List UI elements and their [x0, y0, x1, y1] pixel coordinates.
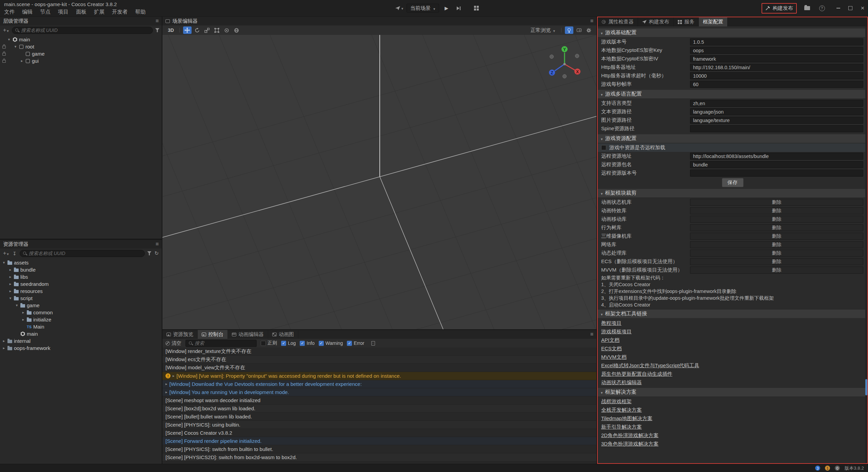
hierarchy-node[interactable]: ▾ main	[0, 36, 162, 43]
log-filter-checkbox[interactable]: Warning	[319, 340, 343, 346]
menu-item[interactable]: 项目	[58, 8, 68, 16]
log-row[interactable]: [Scene] [PHYSICS]: using builtin.	[162, 421, 596, 429]
solution-link[interactable]: Tiledmap地图解决方案	[601, 414, 652, 422]
log-row[interactable]: ▸ [Window] [Vue warn]: Property "onInput…	[162, 372, 596, 380]
rect-tool-button[interactable]	[213, 26, 221, 34]
asset-node[interactable]: ▾ assets	[0, 259, 162, 266]
tab-build[interactable]: 构建发布	[638, 17, 674, 26]
config-input[interactable]	[690, 161, 863, 168]
log-row[interactable]: [Scene] [box2d]:box2d wasm lib loaded.	[162, 405, 596, 413]
hierarchy-node[interactable]: ▾ root	[0, 43, 162, 50]
view-mode-select[interactable]: 正常浏览	[528, 27, 558, 34]
save-button[interactable]: 保存	[722, 178, 744, 187]
log-filter-checkbox[interactable]: Error	[347, 340, 364, 346]
expand-arrow-icon[interactable]: ▸	[19, 59, 24, 63]
asset-node[interactable]: ▸ initialize	[0, 316, 162, 323]
section-header-modules[interactable]: 框架模块裁剪	[598, 189, 867, 197]
config-input[interactable]	[690, 108, 863, 115]
help-button[interactable]	[817, 4, 827, 13]
layout-button[interactable]	[472, 4, 481, 13]
delete-module-button[interactable]: 删除	[690, 233, 863, 240]
expand-arrow-icon[interactable]: ▸	[8, 289, 13, 293]
open-project-button[interactable]	[802, 4, 812, 13]
asset-node[interactable]: ▸ bundle	[0, 266, 162, 273]
expand-arrow-icon[interactable]: ▾	[14, 303, 19, 308]
doc-link[interactable]: MVVM文档	[601, 353, 627, 361]
asset-node[interactable]: ▸ libs	[0, 273, 162, 280]
filter-icon[interactable]	[147, 251, 151, 255]
close-button[interactable]	[860, 5, 865, 11]
solution-link[interactable]: 3D角色扮演游戏解决方案	[601, 439, 658, 448]
clear-console-button[interactable]: 清空	[165, 340, 181, 347]
config-input[interactable]	[690, 117, 863, 124]
config-input[interactable]	[690, 72, 863, 79]
log-row[interactable]: [Window] model_view文件夹不存在	[162, 364, 596, 372]
log-row[interactable]: [Scene] meshopt wasm decoder initialized	[162, 396, 596, 405]
delete-module-button[interactable]: 删除	[690, 267, 863, 274]
log-row[interactable]: [Scene] Cocos Creator v3.8.2	[162, 429, 596, 437]
delete-module-button[interactable]: 删除	[690, 207, 863, 214]
hierarchy-node[interactable]: ▸ gui	[0, 57, 162, 64]
delete-module-button[interactable]: 删除	[690, 199, 863, 206]
expand-arrow-icon[interactable]: ▸	[21, 317, 26, 322]
doc-link[interactable]: ECS文档	[601, 344, 622, 353]
delete-module-button[interactable]: 删除	[690, 250, 863, 257]
solution-link[interactable]: 战棋游戏框架	[601, 397, 632, 406]
menu-item[interactable]: 帮助	[135, 8, 146, 16]
tab-console[interactable]: 控制台	[198, 330, 228, 339]
section-header-solutions[interactable]: 框架解决方案	[598, 388, 867, 396]
asset-node[interactable]: main	[0, 330, 162, 337]
doc-link[interactable]: 原生包热更新配置自动生成插件	[601, 370, 672, 378]
notification-count-badge[interactable]: 0	[835, 466, 840, 471]
expand-arrow-icon[interactable]: ▾	[6, 37, 12, 42]
scale-tool-button[interactable]	[203, 26, 211, 34]
asset-node[interactable]: ▸ seedrandom	[0, 280, 162, 288]
config-input[interactable]	[690, 55, 863, 62]
config-input[interactable]	[690, 100, 863, 107]
section-header-i18n[interactable]: 游戏多语言配置	[598, 90, 867, 98]
asset-node[interactable]: ▾ script	[0, 295, 162, 302]
neg-y-axis-ball[interactable]	[563, 75, 567, 78]
remote-load-checkbox[interactable]	[601, 145, 606, 150]
minimize-button[interactable]	[835, 5, 841, 11]
orientation-gizmo[interactable]: Y X Z	[544, 42, 585, 83]
step-button[interactable]	[454, 4, 463, 13]
asset-node[interactable]: ▸ resources	[0, 288, 162, 295]
log-row[interactable]: [Window] render_texture文件夹不存在	[162, 348, 596, 356]
tab-services[interactable]: 服务	[674, 17, 699, 26]
tab-framework-config[interactable]: 框架配置	[699, 17, 728, 26]
solution-link[interactable]: 2D角色扮演游戏解决方案	[601, 431, 658, 439]
asset-node[interactable]: ▾ game	[0, 302, 162, 309]
solution-link[interactable]: 新手引导解决方案	[601, 422, 642, 431]
camera-preview-button[interactable]	[575, 26, 583, 34]
config-input[interactable]	[690, 170, 863, 177]
log-filter-checkbox[interactable]: Info	[300, 340, 314, 346]
move-tool-button[interactable]	[183, 26, 192, 34]
doc-link[interactable]: 游戏模板项目	[601, 327, 632, 336]
log-expand-arrow[interactable]: ▸	[165, 382, 167, 386]
section-header-basic[interactable]: 游戏基础配置	[598, 28, 867, 37]
config-input[interactable]	[690, 47, 863, 54]
doc-link[interactable]: Excel格式转Json文件与TypeScript代码工具	[601, 361, 699, 370]
pivot-toggle-button[interactable]	[222, 26, 231, 34]
scrollbar[interactable]	[865, 26, 867, 463]
warning-count-badge[interactable]: 1	[825, 466, 830, 471]
menu-item[interactable]: 面板	[76, 8, 86, 16]
expand-arrow-icon[interactable]: ▸	[1, 339, 6, 343]
expand-arrow-icon[interactable]: ▸	[21, 310, 26, 315]
delete-module-button[interactable]: 删除	[690, 258, 863, 265]
log-row[interactable]: ▸ [Window] You are running Vue in develo…	[162, 388, 596, 396]
tab-asset-preview[interactable]: 资源预览	[162, 330, 198, 339]
import-asset-button[interactable]	[12, 251, 17, 256]
expand-arrow-icon[interactable]: ▾	[8, 296, 13, 300]
section-header-resources[interactable]: 游戏资源配置	[598, 134, 867, 143]
doc-link[interactable]: API文档	[601, 336, 619, 344]
log-row[interactable]: [Scene] [bullet]:bullet wasm lib loaded.	[162, 413, 596, 421]
message-count-badge[interactable]: 3	[815, 466, 820, 471]
asset-node[interactable]: TS Main	[0, 323, 162, 330]
asset-node[interactable]: ▸ oops-framework	[0, 345, 162, 352]
log-expand-arrow[interactable]: ▸	[165, 390, 167, 394]
config-input[interactable]	[690, 81, 863, 88]
menu-item[interactable]: 扩展	[94, 8, 104, 16]
doc-link[interactable]: 动画状态机编辑器	[601, 378, 642, 387]
